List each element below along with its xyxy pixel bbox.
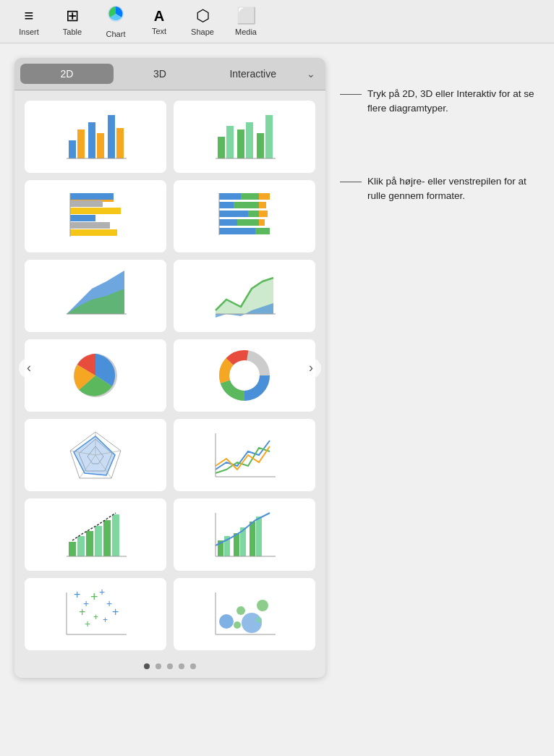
text-label: Text: [152, 27, 166, 35]
toolbar-chart[interactable]: Chart: [94, 0, 137, 43]
tab-interactive[interactable]: Interactive: [206, 64, 299, 84]
svg-rect-6: [116, 128, 124, 158]
svg-point-94: [234, 621, 241, 629]
chart-bar-grouped[interactable]: [25, 101, 166, 173]
svg-rect-31: [248, 211, 259, 217]
next-arrow[interactable]: ›: [301, 358, 321, 378]
chart-line[interactable]: [174, 419, 315, 491]
svg-rect-32: [259, 211, 268, 217]
svg-rect-37: [255, 228, 270, 234]
dot-5[interactable]: [190, 663, 196, 669]
toolbar-insert[interactable]: ≡ Insert: [7, 2, 51, 41]
svg-rect-75: [256, 517, 262, 556]
toolbar-text[interactable]: A Text: [137, 4, 181, 40]
svg-rect-67: [103, 520, 111, 556]
prev-arrow[interactable]: ‹: [19, 358, 39, 378]
toolbar-table[interactable]: ⊞ Table: [51, 2, 94, 41]
dot-2[interactable]: [155, 663, 161, 669]
chart-label: Chart: [106, 30, 126, 38]
annotation-line-1: [340, 94, 362, 95]
dot-4[interactable]: [179, 663, 184, 669]
svg-text:+: +: [74, 588, 80, 600]
chart-donut[interactable]: [174, 339, 315, 412]
chart-scatter[interactable]: + + + + + + + + + +: [25, 578, 166, 650]
chart-panel: 2D 3D Interactive ⌄ ‹ ›: [14, 58, 325, 678]
svg-rect-4: [97, 133, 104, 158]
chart-bar-horizontal-stacked[interactable]: [174, 180, 315, 252]
chart-radar[interactable]: [25, 419, 166, 491]
annotations: Tryk på 2D, 3D eller Interaktiv for at s…: [340, 58, 540, 678]
svg-rect-68: [112, 514, 119, 556]
svg-text:+: +: [93, 612, 98, 622]
svg-rect-9: [226, 126, 234, 158]
svg-text:+: +: [90, 590, 98, 604]
svg-rect-33: [219, 219, 237, 226]
svg-text:+: +: [112, 606, 119, 618]
svg-text:+: +: [85, 618, 90, 629]
shape-label: Shape: [191, 27, 214, 36]
tab-3d[interactable]: 3D: [114, 64, 207, 84]
svg-rect-13: [265, 115, 273, 158]
chart-bar-horizontal[interactable]: [25, 180, 166, 252]
svg-rect-22: [70, 229, 117, 236]
chart-bar-trend[interactable]: [25, 498, 166, 571]
svg-rect-63: [69, 542, 76, 556]
tab-expand-button[interactable]: ⌄: [302, 65, 320, 82]
annotation-arrows: Klik på højre- eller venstrepilen for at…: [340, 174, 540, 204]
toolbar: ≡ Insert ⊞ Table Chart A Text ⬡ Shape ⬜ …: [0, 0, 554, 43]
main-area: 2D 3D Interactive ⌄ ‹ ›: [0, 43, 554, 692]
insert-label: Insert: [19, 27, 39, 36]
table-label: Table: [63, 27, 82, 36]
svg-text:+: +: [106, 598, 112, 609]
svg-rect-19: [70, 208, 121, 214]
chart-pie[interactable]: [25, 339, 166, 412]
svg-rect-11: [246, 122, 253, 158]
svg-rect-20: [70, 215, 95, 221]
toolbar-media[interactable]: ⬜ Media: [224, 2, 268, 41]
svg-rect-12: [257, 133, 264, 158]
svg-rect-10: [237, 129, 244, 158]
svg-rect-28: [234, 202, 259, 208]
chart-bar-trend-2[interactable]: [174, 498, 315, 571]
annotation-line-2: [340, 182, 362, 182]
dot-1[interactable]: [144, 663, 150, 669]
svg-rect-17: [70, 193, 114, 200]
svg-rect-8: [218, 137, 225, 158]
toolbar-shape[interactable]: ⬡ Shape: [181, 2, 224, 41]
svg-point-92: [242, 613, 262, 633]
chart-bar-grouped-2[interactable]: [174, 101, 315, 173]
chart-icon: [106, 4, 125, 27]
svg-rect-2: [77, 129, 85, 158]
svg-rect-18: [70, 200, 103, 207]
svg-rect-30: [219, 211, 248, 217]
svg-rect-29: [259, 202, 266, 208]
svg-point-90: [219, 614, 234, 629]
chart-bubble[interactable]: [174, 578, 315, 650]
chart-grid: + + + + + + + + + +: [14, 90, 325, 658]
svg-rect-34: [237, 219, 259, 226]
annotation-text-1: Tryk på 2D, 3D eller Interaktiv for at s…: [367, 87, 540, 116]
svg-rect-72: [234, 533, 239, 556]
chart-area-line[interactable]: [174, 260, 315, 332]
svg-point-51: [233, 364, 256, 387]
annotation-text-2: Klik på højre- eller venstrepilen for at…: [367, 174, 540, 204]
svg-rect-3: [88, 122, 95, 158]
svg-rect-27: [219, 202, 234, 208]
svg-rect-26: [259, 193, 270, 200]
text-icon: A: [154, 8, 164, 25]
dot-3[interactable]: [167, 663, 173, 669]
svg-rect-5: [108, 115, 115, 158]
svg-rect-66: [95, 526, 102, 556]
svg-point-93: [257, 600, 268, 611]
svg-point-95: [256, 617, 262, 623]
svg-rect-21: [70, 222, 110, 229]
svg-text:+: +: [103, 615, 108, 625]
chart-area[interactable]: [25, 260, 166, 332]
svg-text:+: +: [79, 606, 85, 618]
svg-text:+: +: [99, 586, 105, 598]
page-dots: [14, 658, 325, 678]
svg-rect-74: [250, 522, 255, 556]
tab-2d[interactable]: 2D: [20, 64, 114, 84]
shape-icon: ⬡: [196, 7, 210, 25]
insert-icon: ≡: [25, 7, 34, 25]
